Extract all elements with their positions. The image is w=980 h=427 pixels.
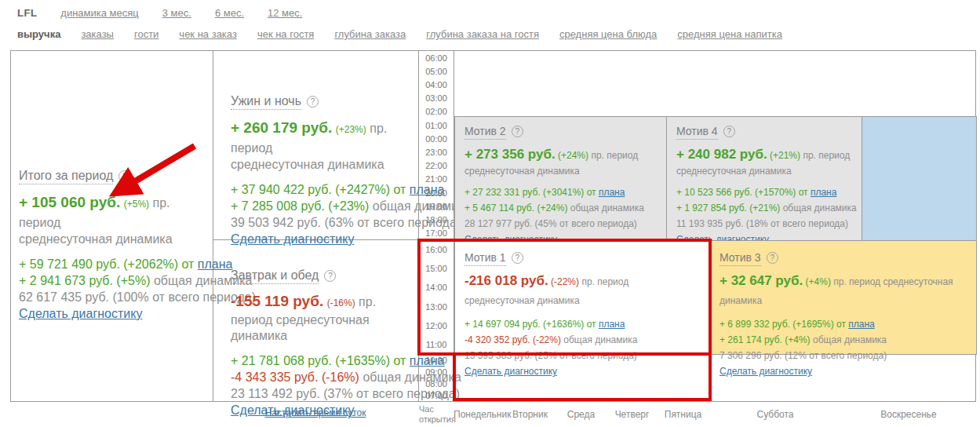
motive4-period-label2: среднесуточная динамика [676, 165, 852, 178]
metric-link[interactable]: средняя цена напитка [677, 28, 782, 40]
hour-label: 13:00 [419, 302, 454, 312]
panel-motive-2: Мотив 2? + 273 356 руб. (+24%) пр. перио… [454, 116, 667, 241]
hour-label: 07:00 [419, 391, 454, 400]
period-link[interactable]: динамика месяц [60, 7, 138, 19]
hours-middle-group: 16:0015:0014:0013:0012:0011:00 [419, 240, 454, 354]
metric-link[interactable]: средняя цена блюда [559, 28, 657, 40]
day-label: Суббота [709, 409, 842, 420]
period-link[interactable]: 3 мес. [162, 7, 191, 19]
total-plan-value: + 59 721 490 руб. (+2062%) от [19, 257, 194, 271]
hour-label: 19:00 [419, 202, 454, 211]
period-link[interactable]: 12 мес. [268, 7, 302, 19]
metric-link[interactable]: глубина заказа [334, 28, 406, 40]
panel-motive-4: Мотив 4? + 240 982 руб. (+21%) пр. перио… [666, 116, 862, 241]
motive1-pct: (-22%) [551, 276, 579, 287]
help-icon[interactable]: ? [512, 252, 523, 264]
hours-column: 06:0005:0004:0003:0002:0001:0000:0023:00… [419, 51, 454, 401]
motive1-plan-value: + 14 697 094 руб. (+1636%) от [464, 319, 596, 330]
motive3-dyn-value: + 261 174 руб. (+4%) [720, 334, 811, 345]
metric-link[interactable]: чек на гостя [257, 28, 315, 40]
dinner-dyn-value: + 7 285 008 руб. (+23%) [231, 199, 369, 213]
daypart-column: Ужин и ночь? + 260 179 руб. (+23%) пр. п… [213, 51, 419, 401]
period-links: динамика месяц3 мес.6 мес.12 мес. [60, 7, 302, 19]
panel-motive-3: Мотив 3? + 32 647 руб. (+4%) пр. период … [709, 240, 977, 355]
metric-link[interactable]: глубина заказа на гостя [426, 28, 539, 40]
plan-link[interactable]: плана [848, 319, 874, 330]
metric-link[interactable]: чек на заказ [179, 28, 237, 40]
metric-link[interactable]: заказы [81, 28, 114, 40]
panel-total-title: Итого за период [19, 169, 113, 184]
weekday-labels: ПонедельникВторникСредаЧетвергПятница [454, 409, 709, 420]
motive1-sum-line: 15 595 383 руб. (25% от всего периода) [464, 348, 700, 363]
motive4-period-label: пр. период [803, 150, 850, 161]
day-schedule-board: Итого за период? + 105 060 руб. (+5%) пр… [10, 50, 976, 402]
help-icon[interactable]: ? [512, 126, 523, 137]
dinner-value: + 260 179 руб. [231, 119, 332, 136]
hour-label: 05:00 [419, 67, 454, 76]
dyn-label: общая динамика [563, 334, 637, 345]
hour-label: 18:00 [419, 215, 454, 224]
panel-dinner-night: Ужин и ночь? + 260 179 руб. (+23%) пр. п… [213, 51, 418, 240]
dyn-label: общая динамика [813, 334, 887, 345]
period-nav: LFL динамика месяц3 мес.6 мес.12 мес. [17, 7, 302, 19]
hour-label: 00:00 [419, 134, 454, 144]
motive4-pct: (+21%) [770, 150, 800, 161]
highlighted-cell-weekend-evening [862, 116, 977, 241]
lfl-label: LFL [17, 7, 37, 19]
motive4-sum-line: 11 193 935 руб. (18% от всего периода) [676, 216, 852, 232]
hours-top-group: 06:0005:0004:0003:0002:0001:0000:0023:00… [419, 51, 454, 240]
panel-total: Итого за период? + 105 060 руб. (+5%) пр… [11, 51, 213, 401]
hour-label: 14:00 [419, 283, 454, 292]
hour-label: 20:00 [419, 188, 454, 198]
help-icon[interactable]: ? [307, 96, 319, 108]
metric-links: заказыгостичек на заказчек на гостяглуби… [81, 28, 782, 40]
weekend-labels: СубботаВоскресенье [709, 409, 975, 420]
motive2-pct: (+24%) [558, 150, 588, 161]
day-label: Понедельник [454, 409, 505, 420]
diagnostics-link[interactable]: Сделать диагностику [231, 232, 354, 246]
panel-breakfast-title: Завтрак и обед [231, 268, 319, 284]
breakfast-plan-value: + 21 781 068 руб. (+1635%) от [231, 354, 406, 367]
day-label: Четверг [607, 409, 658, 420]
hour-label: 06:00 [419, 53, 454, 63]
panel-motive2-title: Мотив 2 [464, 125, 506, 140]
plan-link[interactable]: плана [599, 187, 625, 198]
dyn-label: общая динамика [570, 203, 644, 214]
hour-label: 15:00 [419, 264, 454, 273]
total-period-label2: среднесуточная динамика [19, 232, 203, 246]
hour-label: 10:00 [419, 356, 454, 365]
total-value: + 105 060 руб. [19, 194, 120, 210]
help-icon[interactable]: ? [324, 270, 336, 282]
hour-label: 16:00 [419, 245, 454, 254]
dyn-label: общая динамика [783, 203, 857, 214]
dinner-plan-value: + 37 940 422 руб. (+2427%) от [231, 183, 406, 196]
motive3-value: + 32 647 руб. [720, 273, 803, 288]
motive2-dyn-value: + 5 467 114 руб. (+24%) [464, 203, 567, 214]
diagnostics-link[interactable]: Сделать диагностику [464, 366, 557, 377]
day-label: Среда [556, 409, 607, 420]
breakfast-sum-line: 23 113 492 руб. (37% от всего периода) [231, 385, 407, 402]
hour-label: 17:00 [419, 228, 454, 238]
help-icon[interactable]: ? [723, 126, 735, 137]
setup-dayparts-link[interactable]: Настроить время суток [264, 407, 366, 418]
motive2-sum-line: 28 127 977 руб. (45% от всего периода) [464, 216, 657, 232]
hour-label: 22:00 [419, 161, 454, 170]
breakfast-value: -155 119 руб. [231, 293, 323, 309]
panel-dinner-title: Ужин и ночь [231, 94, 301, 110]
metric-link[interactable]: гости [134, 28, 158, 40]
plan-link[interactable]: плана [599, 319, 625, 330]
metric-active-revenue[interactable]: выручка [17, 28, 60, 40]
help-icon[interactable]: ? [767, 252, 778, 264]
panel-breakfast-lunch: Завтрак и обед? -155 119 руб. (-16%) пр.… [213, 240, 418, 401]
help-icon[interactable]: ? [118, 170, 130, 182]
hour-label: 01:00 [419, 121, 454, 130]
plan-link[interactable]: плана [811, 187, 836, 198]
period-link[interactable]: 6 мес. [215, 7, 244, 19]
day-label: Воскресенье [842, 409, 975, 420]
panel-motive4-title: Мотив 4 [676, 125, 718, 140]
dinner-period-label2: среднесуточная динамика [231, 158, 407, 171]
total-sum-line: 62 617 435 руб. (100% от всего периода) [19, 289, 203, 305]
motive1-dyn-value: -4 320 352 руб. (-22%) [464, 334, 561, 345]
diagnostics-link[interactable]: Сделать диагностику [19, 307, 142, 320]
diagnostics-link[interactable]: Сделать диагностику [720, 366, 812, 377]
